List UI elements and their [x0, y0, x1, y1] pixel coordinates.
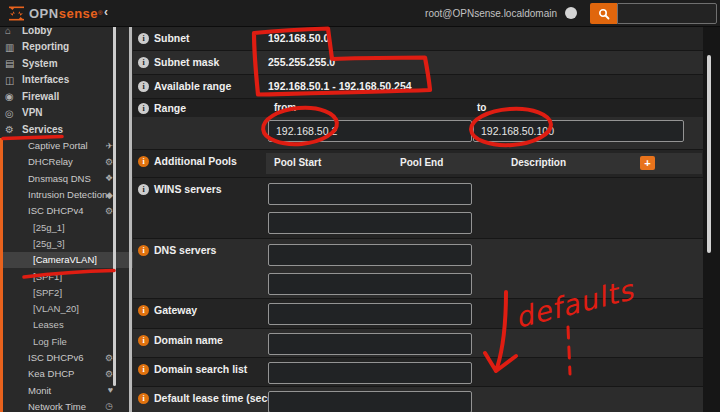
clock-icon: ◷: [105, 401, 113, 411]
heart-icon: ♥: [108, 385, 113, 395]
interfaces-icon: ◫: [5, 74, 14, 85]
range-from-label: from: [274, 102, 296, 113]
range-from-input[interactable]: [268, 120, 472, 142]
lobby-icon: ⌂: [5, 26, 11, 36]
firewall-icon: ◉: [5, 91, 14, 102]
info-icon[interactable]: i: [138, 184, 149, 195]
gear-icon: ⚙: [105, 206, 113, 216]
user-status-dot-icon: [565, 7, 577, 19]
info-icon[interactable]: i: [138, 57, 149, 68]
sidebar-item-label: DHCRelay: [28, 156, 73, 167]
domain-search-input[interactable]: [268, 362, 472, 384]
vpn-icon: ◎: [5, 107, 14, 118]
info-icon[interactable]: i: [138, 33, 149, 44]
gateway-input[interactable]: [268, 303, 472, 325]
info-icon[interactable]: i: [138, 156, 149, 167]
wins-server-input-2[interactable]: [268, 212, 472, 234]
logo-text: OPN: [29, 6, 59, 21]
main-scrollbar[interactable]: [707, 55, 711, 253]
add-pool-button[interactable]: +: [640, 156, 655, 170]
field-label: DNS servers: [154, 244, 216, 256]
shield-icon: ◆: [106, 190, 113, 200]
subnet-value: 192.168.50.0: [268, 32, 329, 44]
sidebar-item-label: ISC DHCPv4: [28, 205, 83, 216]
field-label: Domain search list: [154, 363, 247, 375]
info-icon[interactable]: i: [138, 305, 149, 316]
services-gear-icon: ⚙: [5, 124, 14, 135]
info-icon[interactable]: i: [138, 103, 149, 114]
wins-server-input-1[interactable]: [268, 183, 472, 205]
field-label: Additional Pools: [154, 155, 237, 167]
description-header: Description: [511, 157, 566, 168]
sidebar-divider-scrollbar[interactable]: [129, 26, 132, 412]
system-icon: ▤: [5, 58, 14, 69]
gear-icon: ⚙: [105, 157, 113, 167]
sidebar-item-label: [SPF2]: [33, 287, 62, 298]
sidebar-scrollbar[interactable]: [113, 4, 116, 386]
sidebar-item-label: Lobby: [22, 26, 52, 36]
sidebar-item-label: System: [22, 58, 58, 69]
sidebar-item-label: [25g_3]: [33, 238, 65, 249]
paper-plane-icon: ✈: [105, 141, 113, 151]
sidebar-item-label: Interfaces: [22, 74, 69, 85]
field-label: Subnet mask: [154, 56, 219, 68]
sidebar-item-label: [VLAN_20]: [33, 303, 79, 314]
logo-accent-text: sense: [59, 6, 98, 21]
row-wins-servers: iWINS servers: [133, 178, 703, 238]
info-icon[interactable]: i: [138, 335, 149, 346]
default-lease-time-input[interactable]: [268, 391, 472, 412]
sidebar-item-label: Monit: [28, 385, 51, 396]
search-icon: [598, 8, 610, 20]
sidebar-item-label: Captive Portal: [28, 140, 88, 151]
sidebar-item-label: ISC DHCPv6: [28, 352, 83, 363]
sidebar-item-label: Intrusion Detection: [28, 189, 107, 200]
sidebar-item-network-time[interactable]: Network Time◷: [3, 398, 133, 412]
field-label: Subnet: [154, 32, 190, 44]
row-range: iRange from to: [133, 99, 703, 149]
field-label: Gateway: [154, 304, 197, 316]
sidebar-collapse-icon[interactable]: ‹: [104, 5, 108, 19]
info-icon[interactable]: i: [138, 245, 149, 256]
opnsense-logo-icon: [8, 6, 25, 21]
sidebar-item-label: Leases: [33, 319, 64, 330]
sidebar-item-label: Reporting: [22, 41, 69, 52]
info-icon[interactable]: i: [138, 81, 149, 92]
row-dns-servers: iDNS servers: [133, 239, 703, 298]
row-domain-name: iDomain name: [133, 329, 703, 357]
dns-server-input-2[interactable]: [268, 273, 472, 295]
row-domain-search-list: iDomain search list: [133, 358, 703, 386]
top-header: OPNsense® ‹ root@OPNsense.localdomain: [0, 0, 720, 27]
range-to-input[interactable]: [473, 120, 684, 142]
range-to-label: to: [477, 102, 486, 113]
sidebar-item-label: VPN: [22, 107, 43, 118]
info-icon[interactable]: i: [138, 364, 149, 375]
sidebar-item-label: [SPF1]: [33, 271, 62, 282]
domain-name-input[interactable]: [268, 333, 472, 355]
row-default-lease-time: iDefault lease time (seconds): [133, 387, 703, 412]
row-available-range: iAvailable range 192.168.50.1 - 192.168.…: [133, 75, 703, 98]
info-icon[interactable]: i: [138, 393, 149, 404]
global-search-input[interactable]: [617, 3, 717, 24]
tags-icon: ❖: [105, 173, 113, 183]
sidebar-item-label: [25g_1]: [33, 222, 65, 233]
opnsense-logo[interactable]: OPNsense®: [8, 4, 102, 22]
dns-server-input-1[interactable]: [268, 244, 472, 266]
reporting-icon: ▥: [5, 41, 14, 52]
sidebar-item-label: Firewall: [22, 91, 59, 102]
sidebar-item-label: Services: [22, 124, 63, 135]
gear-icon: ⚙: [105, 369, 113, 379]
row-subnet: iSubnet 192.168.50.0: [133, 27, 703, 50]
opnsense-app: OPNsense® ‹ root@OPNsense.localdomain ⌂L…: [0, 0, 720, 412]
row-subnet-mask: iSubnet mask 255.255.255.0: [133, 51, 703, 74]
sidebar-item-label: Kea DHCP: [28, 368, 74, 379]
dhcp-settings-form: iSubnet 192.168.50.0 iSubnet mask 255.25…: [133, 27, 703, 412]
row-gateway: iGateway: [133, 299, 703, 328]
sidebar-item-label: Network Time: [28, 401, 86, 412]
pool-end-header: Pool End: [400, 157, 443, 168]
pools-header-band: Pool Start Pool End Description +: [266, 153, 702, 174]
field-label: Available range: [154, 80, 231, 92]
search-button[interactable]: [590, 3, 617, 24]
registered-mark: ®: [98, 10, 102, 16]
sidebar-item-label: Log File: [33, 336, 67, 347]
available-range-value: 192.168.50.1 - 192.168.50.254: [268, 80, 412, 92]
